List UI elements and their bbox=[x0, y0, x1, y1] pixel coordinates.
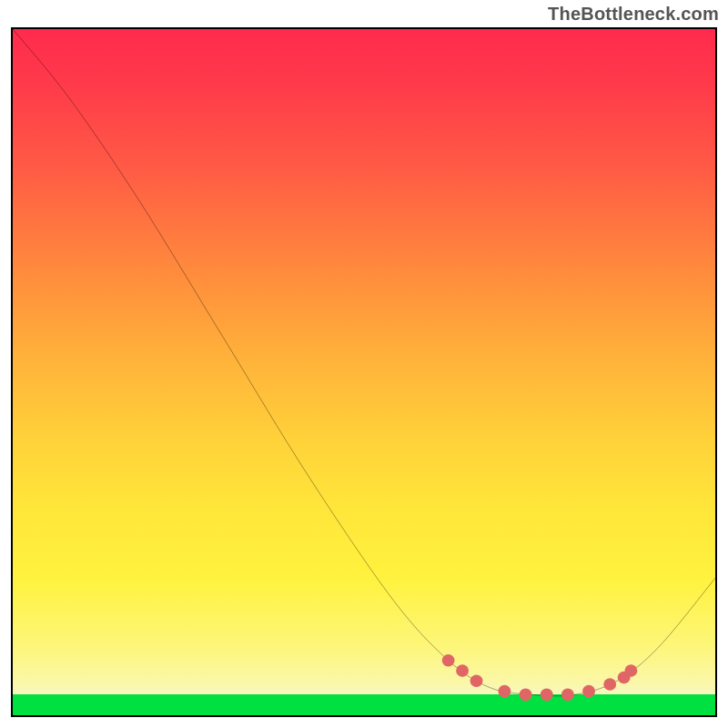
chart-svg bbox=[13, 29, 715, 715]
plot-area bbox=[11, 27, 717, 717]
chart-container: TheBottleneck.com bbox=[0, 0, 728, 728]
curve-marker bbox=[520, 689, 532, 702]
bottleneck-curve bbox=[13, 29, 715, 696]
curve-markers bbox=[442, 654, 638, 701]
curve-marker bbox=[498, 685, 511, 698]
attribution-label: TheBottleneck.com bbox=[548, 4, 719, 25]
curve-marker bbox=[456, 664, 469, 677]
curve-marker bbox=[561, 689, 574, 702]
curve-marker bbox=[582, 685, 595, 698]
curve-marker bbox=[470, 675, 483, 688]
curve-marker bbox=[624, 664, 637, 677]
curve-marker bbox=[603, 678, 616, 691]
curve-marker bbox=[442, 654, 455, 667]
curve-marker bbox=[541, 689, 553, 702]
